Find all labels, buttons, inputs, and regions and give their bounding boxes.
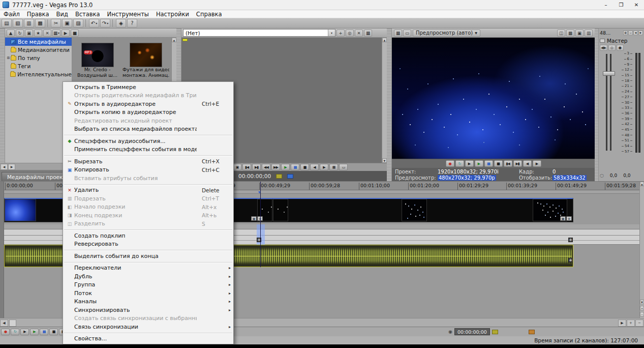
fx-chain-button[interactable]: ◎ xyxy=(608,45,616,51)
pan-control[interactable]: ◀▶ xyxy=(600,45,607,51)
play-from-start-button[interactable]: ▶ xyxy=(20,329,29,335)
stop-button[interactable]: ■ xyxy=(300,164,309,170)
copy-frame-button[interactable]: ▣ xyxy=(575,30,584,37)
context-menu-item[interactable]: Связь синхронизации ▸ xyxy=(63,323,233,331)
context-menu-item[interactable]: Группа ▸ xyxy=(63,281,233,289)
close-button[interactable]: ✕ xyxy=(629,0,644,10)
up-one-level-button[interactable]: ▲ xyxy=(7,30,15,37)
timeline-vertical-scrollbar[interactable]: ▲ ▼ + − xyxy=(639,182,644,318)
prev-frame-button[interactable]: ◀ xyxy=(310,164,319,170)
panel-grip[interactable] xyxy=(595,28,599,181)
open-project-button[interactable]: ▧ xyxy=(13,19,23,27)
expander-icon[interactable]: ⊞ xyxy=(6,56,11,60)
context-menu-item[interactable]: Открыть в Триммере ▸ xyxy=(63,83,233,92)
scroll-right-icon[interactable]: ▶ xyxy=(638,31,643,35)
undock-icon[interactable]: ▭ xyxy=(628,31,633,35)
scroll-left-icon[interactable]: ◀ xyxy=(0,320,8,327)
record-button[interactable]: ● xyxy=(446,160,454,167)
zoom-out-icon[interactable]: − xyxy=(635,320,643,327)
plugin-scrollbar[interactable]: ▲ ▼ xyxy=(382,38,387,163)
new-project-button[interactable]: ▤ xyxy=(2,19,12,27)
cursor-marker-icon[interactable]: ▼ xyxy=(258,190,261,194)
context-menu-item[interactable]: Открыть копию в аудиоредакторе ▸ xyxy=(63,108,233,117)
context-menu-item[interactable]: Выделить события до конца ▸ xyxy=(63,252,233,260)
menubar-item[interactable]: Вид xyxy=(53,10,72,18)
zoom-in-vertical-icon[interactable]: + xyxy=(640,306,644,310)
views-button[interactable]: ▦▾ xyxy=(52,30,60,37)
delete-button[interactable]: ✕ xyxy=(43,30,51,37)
save-frame-button[interactable]: ▥ xyxy=(585,30,593,37)
context-menu-item[interactable]: ✂ Вырезать Ctrl+X ▸ xyxy=(63,157,233,166)
tree-item[interactable]: Все медиафайлы xyxy=(5,38,72,46)
menubar-item[interactable]: Настройки xyxy=(152,10,193,18)
scroll-up-icon[interactable]: ▲ xyxy=(640,182,644,186)
scroll-right-icon[interactable]: ▶ xyxy=(618,320,626,327)
menubar-item[interactable]: Вставка xyxy=(72,10,104,18)
tree-item[interactable]: Теги xyxy=(5,62,72,70)
help-button[interactable]: ? xyxy=(127,19,137,27)
edit-cursor[interactable] xyxy=(260,182,261,267)
refresh-button[interactable]: ↻ xyxy=(16,30,24,37)
context-menu-item[interactable]: Поток ▸ xyxy=(63,289,233,298)
scroll-up-icon[interactable]: ▲ xyxy=(172,38,176,42)
context-menu-item[interactable]: Реверсировать ▸ xyxy=(63,240,233,249)
meter-grid-icon[interactable]: ▦ xyxy=(623,31,628,35)
rewind-button[interactable]: ◀◀ xyxy=(262,164,270,170)
options-button[interactable]: ▭ xyxy=(339,164,348,170)
plugin-options-button[interactable]: ▦ xyxy=(364,30,372,37)
play-button[interactable]: ▶ xyxy=(475,160,483,167)
remove-plugin-button[interactable]: ✕ xyxy=(355,30,363,37)
start-preview-button[interactable]: ▶ xyxy=(62,30,70,37)
project-properties-button[interactable]: ▩ xyxy=(35,19,45,27)
next-frame-button[interactable]: ▶ xyxy=(533,160,541,167)
go-to-start-button[interactable]: ▮◀ xyxy=(242,164,251,170)
go-to-start-button[interactable]: ▮◀ xyxy=(504,160,512,167)
event-plus-badge-icon[interactable]: ⊕ xyxy=(566,216,572,221)
scroll-up-icon[interactable]: ▲ xyxy=(382,38,387,42)
context-menu-item[interactable]: Синхронизировать ▸ xyxy=(63,306,233,314)
play-button[interactable]: ▶ xyxy=(30,329,39,335)
favorites-button[interactable]: ★ xyxy=(34,30,42,37)
preview-quality-dropdown[interactable]: Предпросмотр (авто) ▼ xyxy=(413,30,480,37)
overlay-button[interactable]: ▦ xyxy=(329,164,338,170)
zoom-out-vertical-icon[interactable]: − xyxy=(640,312,644,316)
zoom-in-icon[interactable]: + xyxy=(627,320,635,327)
split-screen-button[interactable]: ◫ xyxy=(557,30,565,37)
menubar-item[interactable]: Инструменты xyxy=(104,10,152,18)
context-menu-item[interactable]: ◆ Спецэффекты аудиособытия... ▸ xyxy=(63,137,233,146)
tree-item[interactable]: Медианакопители xyxy=(5,46,72,54)
stop-button[interactable]: ■ xyxy=(49,329,58,335)
context-menu-item[interactable]: Свойства... ▸ xyxy=(63,335,233,343)
tab-scroll-right-icon[interactable]: ▶ xyxy=(8,164,15,170)
loop-playback-button[interactable]: ↻ xyxy=(11,329,19,335)
panel-grip[interactable] xyxy=(0,28,5,181)
maximize-button[interactable]: ❐ xyxy=(614,0,629,10)
mute-button[interactable]: ● xyxy=(617,45,624,51)
envelope-point[interactable]: + xyxy=(568,238,573,242)
event-fx-badge-icon[interactable]: ▦ xyxy=(251,216,257,221)
next-frame-button[interactable]: ▶ xyxy=(320,164,328,170)
add-plugin-button[interactable]: + xyxy=(336,30,345,37)
go-to-end-button[interactable]: ▶▮ xyxy=(252,164,261,170)
pause-button[interactable]: ▮▮ xyxy=(40,329,48,335)
context-menu-item[interactable]: ✕ Удалить Delete ▸ xyxy=(63,186,233,195)
project-video-properties-button[interactable]: ▦ xyxy=(394,30,402,37)
menubar-item[interactable]: Файл xyxy=(0,10,23,18)
scroll-left-icon[interactable]: ◀ xyxy=(633,31,638,35)
prev-frame-button[interactable]: ◀ xyxy=(523,160,532,167)
pause-button[interactable]: ▮▮ xyxy=(291,164,299,170)
auto-preview-button[interactable]: ■ xyxy=(71,30,79,37)
copy-button[interactable]: ▣ xyxy=(62,19,72,27)
grid-overlay-button[interactable]: ▩ xyxy=(566,30,574,37)
plugin-chain-combobox[interactable]: (Нет) ▾ xyxy=(183,29,335,37)
save-project-button[interactable]: ▥ xyxy=(24,19,34,27)
event-fx-badge-icon[interactable]: ▦ xyxy=(560,216,566,221)
go-to-end-button[interactable]: ▶▮ xyxy=(513,160,522,167)
redo-button[interactable]: ↷▾ xyxy=(100,19,110,27)
tree-item[interactable]: ⊞ По типу xyxy=(5,54,72,62)
loop-playback-button[interactable]: ↻ xyxy=(455,160,464,167)
external-monitor-button[interactable]: ▭ xyxy=(403,30,411,37)
marker-button[interactable]: ▣ xyxy=(233,164,241,170)
cut-button[interactable]: ✂ xyxy=(51,19,61,27)
paste-button[interactable]: ▨ xyxy=(73,19,83,27)
